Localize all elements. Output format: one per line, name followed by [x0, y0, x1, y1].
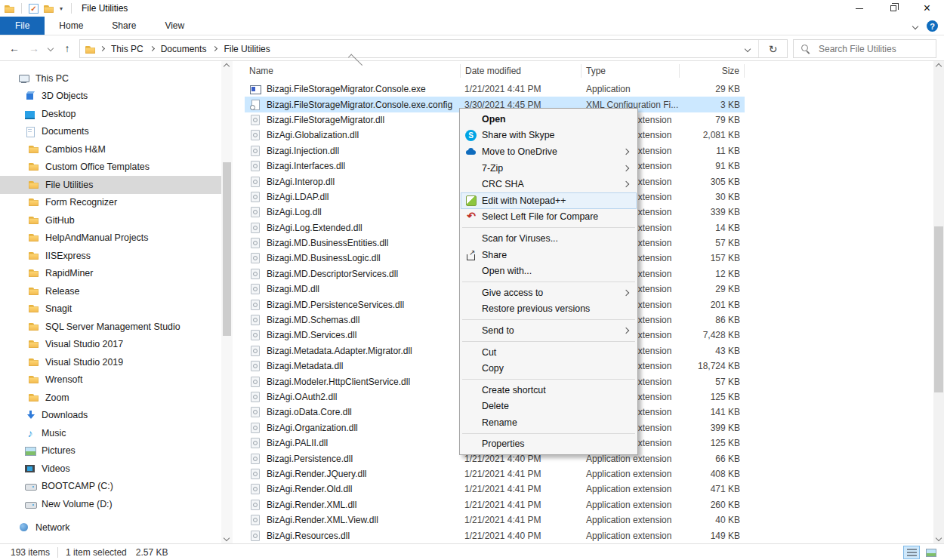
- file-row-bizagi-render-xml-view-dll[interactable]: BizAgi.Render.XML.View.dll1/21/2021 4:41…: [245, 512, 745, 528]
- sidebar-scrollbar[interactable]: [221, 61, 233, 543]
- tab-share[interactable]: Share: [97, 17, 150, 35]
- close-button[interactable]: ×: [910, 0, 944, 17]
- address-dropdown-chevron[interactable]: [737, 40, 758, 57]
- scroll-up-icon[interactable]: [936, 64, 941, 69]
- forward-button[interactable]: →: [24, 39, 44, 57]
- tab-home[interactable]: Home: [45, 17, 97, 35]
- breadcrumb-chevron-icon[interactable]: [150, 46, 155, 51]
- context-menu-item-select-left-file-for-compare[interactable]: ↶Select Left File for Compare: [461, 209, 637, 226]
- file-row-bizagi-render-jquery-dll[interactable]: BizAgi.Render.JQuery.dll1/21/2021 4:41 P…: [245, 466, 745, 482]
- sidebar-item-this-pc[interactable]: This PC: [0, 69, 221, 88]
- file-row-bizagi-resources-dll[interactable]: BizAgi.Resources.dll1/21/2021 4:40 PMApp…: [245, 528, 745, 543]
- help-icon[interactable]: ?: [927, 20, 938, 32]
- context-menu-item-give-access-to[interactable]: Give access to: [461, 285, 637, 301]
- search-input[interactable]: [817, 43, 936, 55]
- sidebar-item-desktop[interactable]: Desktop: [0, 105, 221, 123]
- history-chevron-down-icon[interactable]: [44, 39, 57, 57]
- sidebar-item-new-volume-d[interactable]: New Volume (D:): [0, 495, 221, 513]
- list-scrollbar[interactable]: [933, 61, 944, 543]
- context-menu-item-scan-for-viruses[interactable]: Scan for Viruses...: [461, 230, 637, 247]
- sidebar-item-wrensoft[interactable]: Wrensoft: [0, 371, 221, 389]
- details-view-button[interactable]: [903, 546, 920, 559]
- column-header-type[interactable]: Type: [582, 64, 680, 78]
- sidebar-item-documents[interactable]: Documents: [0, 123, 221, 141]
- sidebar-item-zoom[interactable]: Zoom: [0, 389, 221, 407]
- file-row-bizagi-render-xml-dll[interactable]: BizAgi.Render.XML.dll1/21/2021 4:41 PMAp…: [245, 497, 745, 512]
- context-menu-item-share-with-skype[interactable]: SShare with Skype: [461, 128, 637, 144]
- context-menu-item-edit-with-notepad[interactable]: Edit with Notepad++: [461, 192, 637, 209]
- context-menu-item-share[interactable]: Share: [461, 247, 637, 263]
- address-box[interactable]: This PCDocumentsFile Utilities ↻: [79, 39, 788, 58]
- sidebar-item-network[interactable]: Network: [0, 519, 221, 537]
- file-name: BizAgi.Render.Old.dll: [267, 484, 352, 494]
- quick-access-dropdown-icon[interactable]: ▾: [58, 5, 64, 12]
- dll-file-icon: [249, 222, 261, 234]
- sidebar-item-file-utilities[interactable]: File Utilities: [0, 176, 221, 194]
- refresh-button[interactable]: ↻: [758, 40, 787, 57]
- breadcrumb-item-file-utilities[interactable]: File Utilities: [224, 44, 270, 54]
- minimize-button[interactable]: [842, 0, 876, 17]
- back-button[interactable]: ←: [5, 39, 24, 57]
- tab-file[interactable]: File: [0, 17, 45, 35]
- sidebar-item-release[interactable]: Release: [0, 282, 221, 300]
- context-menu-item-7-zip[interactable]: 7-Zip: [461, 160, 637, 177]
- scroll-down-icon[interactable]: [936, 536, 941, 540]
- up-button[interactable]: ↑: [57, 39, 77, 57]
- context-menu-item-copy[interactable]: Copy: [461, 360, 637, 377]
- context-menu-item-delete[interactable]: Delete: [461, 398, 637, 415]
- restore-button[interactable]: [876, 0, 910, 17]
- scroll-down-icon[interactable]: [224, 536, 229, 540]
- context-menu-item-open-with[interactable]: Open with...: [461, 263, 637, 279]
- context-menu-item-properties[interactable]: Properties: [461, 436, 637, 453]
- sidebar-item-github[interactable]: GitHub: [0, 211, 221, 229]
- quick-access-check-icon[interactable]: ✓: [29, 4, 39, 14]
- breadcrumb-chevron-icon[interactable]: [100, 46, 105, 51]
- sidebar-item-videos[interactable]: Videos: [0, 460, 221, 478]
- network-icon: [18, 522, 30, 534]
- sidebar-item-snagit[interactable]: Snagit: [0, 300, 221, 318]
- context-menu-item-rename[interactable]: Rename: [461, 414, 637, 431]
- sidebar-item-bootcamp-c[interactable]: BOOTCAMP (C:): [0, 478, 221, 496]
- thumbnails-view-button[interactable]: [923, 546, 939, 559]
- column-header-size[interactable]: Size: [680, 64, 745, 78]
- context-menu-item-label: Share: [482, 250, 507, 260]
- file-name-cell: Bizagi.MD.DescriptorServices.dll: [245, 268, 461, 280]
- sidebar-item-music[interactable]: ♪Music: [0, 424, 221, 442]
- ribbon-collapse-chevron-down-icon[interactable]: [912, 23, 918, 29]
- list-scrollbar-thumb[interactable]: [934, 226, 943, 392]
- context-menu-item-cut[interactable]: Cut: [461, 344, 637, 361]
- dll-file-icon: [249, 468, 261, 480]
- context-menu-item-restore-previous-versions[interactable]: Restore previous versions: [461, 301, 637, 318]
- sidebar-item-iisexpress[interactable]: IISExpress: [0, 247, 221, 265]
- context-menu-item-open[interactable]: Open: [461, 111, 637, 128]
- scroll-up-icon[interactable]: [224, 64, 229, 69]
- file-row-bizagi-filestoragemigrator-console-exe[interactable]: Bizagi.FileStorageMigrator.Console.exe1/…: [245, 82, 745, 97]
- context-menu-item-move-to-onedrive[interactable]: Move to OneDrive: [461, 143, 637, 160]
- context-menu-item-create-shortcut[interactable]: Create shortcut: [461, 382, 637, 398]
- sidebar-item-sql-server-management-studio[interactable]: SQL Server Management Studio: [0, 318, 221, 336]
- file-row-bizagi-render-old-dll[interactable]: BizAgi.Render.Old.dll1/21/2021 4:41 PMAp…: [245, 482, 745, 497]
- breadcrumb-item-documents[interactable]: Documents: [161, 44, 207, 54]
- sidebar-item-cambios-h-m[interactable]: Cambios H&M: [0, 140, 221, 158]
- sidebar-item-visual-studio-2019[interactable]: Visual Studio 2019: [0, 353, 221, 371]
- sidebar-item-label: 3D Objects: [42, 91, 88, 101]
- sidebar-item-pictures[interactable]: Pictures: [0, 442, 221, 460]
- sidebar-item-form-recognizer[interactable]: Form Recognizer: [0, 194, 221, 212]
- breadcrumb-chevron-icon[interactable]: [212, 46, 217, 51]
- column-header-date-modified[interactable]: Date modified: [461, 64, 582, 78]
- sidebar-item-visual-studio-2017[interactable]: Visual Studio 2017: [0, 336, 221, 354]
- sidebar-scrollbar-thumb[interactable]: [223, 162, 231, 336]
- context-menu-item-label: Delete: [482, 401, 509, 411]
- sidebar-item-helpandmanual-projects[interactable]: HelpAndManual Projects: [0, 229, 221, 248]
- quick-access-folder-icon[interactable]: [43, 3, 54, 14]
- sidebar-item-downloads[interactable]: Downloads: [0, 407, 221, 425]
- sidebar-item-rapidminer[interactable]: RapidMiner: [0, 265, 221, 283]
- file-size: 7,428 KB: [680, 330, 745, 340]
- context-menu-item-crc-sha[interactable]: CRC SHA: [461, 176, 637, 192]
- sidebar-item-3d-objects[interactable]: 3D Objects: [0, 88, 221, 106]
- sidebar-item-custom-office-templates[interactable]: Custom Office Templates: [0, 158, 221, 177]
- context-menu-item-send-to[interactable]: Send to: [461, 322, 637, 339]
- tab-view[interactable]: View: [150, 17, 199, 35]
- breadcrumb-item-this-pc[interactable]: This PC: [111, 44, 143, 54]
- column-header-name[interactable]: Name: [234, 64, 461, 78]
